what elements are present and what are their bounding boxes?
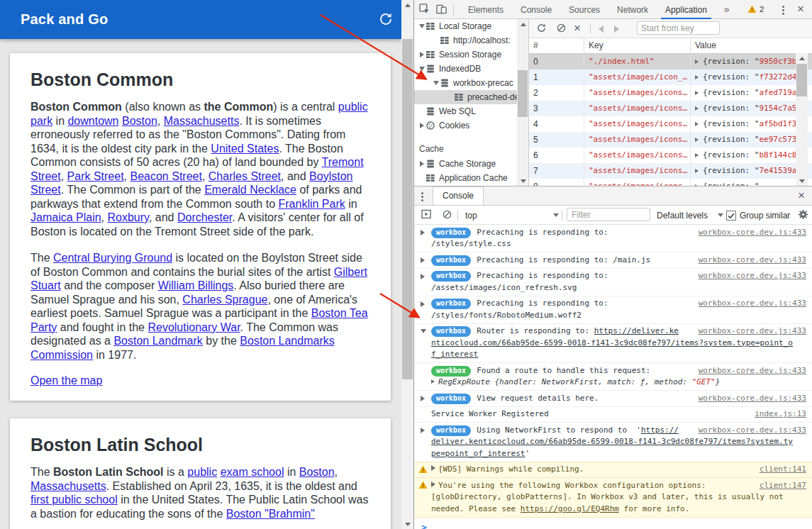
content-link[interactable]: Jamaica Plain <box>30 211 101 223</box>
expand-arrow[interactable] <box>421 257 425 263</box>
sidebar-item-session-storage[interactable]: Session Storage <box>414 48 517 62</box>
source-link[interactable]: workbox-core.dev.js:433 <box>699 255 806 267</box>
console-link[interactable]: pe=point_of_interest <box>431 449 525 458</box>
source-link[interactable]: workbox-core.dev.js:433 <box>699 298 806 310</box>
console-link[interactable]: https://goo.gl/EQ4Rhm <box>521 504 619 513</box>
previous-page-icon[interactable] <box>599 26 604 33</box>
scroll-up-arrow[interactable] <box>517 19 529 29</box>
expand-arrow[interactable] <box>421 329 426 333</box>
scroll-up-arrow[interactable] <box>796 53 808 63</box>
table-row[interactable]: 3"assets/images/icons…{revision: "9154c7… <box>529 101 812 116</box>
console-link[interactable]: https:// <box>641 425 679 435</box>
warning-badge[interactable]: 2 <box>747 5 764 13</box>
console-sidebar-toggle-icon[interactable] <box>421 209 431 219</box>
expand-arrow[interactable] <box>695 75 699 79</box>
sidebar-item-web-sql[interactable]: Web SQL <box>414 104 517 118</box>
sidebar-item-local-storage[interactable]: Local Storage <box>414 19 517 33</box>
expand-arrow[interactable] <box>695 169 699 173</box>
refresh-icon[interactable] <box>537 23 546 33</box>
device-toolbar-icon[interactable] <box>436 4 447 16</box>
scrollbar-thumb[interactable] <box>402 39 413 379</box>
source-link[interactable]: workbox-core.dev.js:433 <box>699 270 806 282</box>
start-from-key-input[interactable] <box>637 21 720 35</box>
scroll-down-arrow[interactable] <box>401 519 413 529</box>
table-row[interactable]: 6"assets/images/icons…{revision: "b8f144… <box>529 147 812 163</box>
console-prompt[interactable]: > <box>414 518 812 529</box>
content-link[interactable]: Central Burying Ground <box>53 252 172 264</box>
group-similar-checkbox[interactable] <box>726 211 736 221</box>
content-link[interactable]: exam school <box>221 466 284 478</box>
tabs-overflow-chevron[interactable]: » <box>716 0 738 19</box>
table-row[interactable]: 7"assets/images/icons…{revision: "7e4153… <box>529 163 812 179</box>
column-header-value[interactable]: Value <box>691 38 812 53</box>
content-link[interactable]: Massachusetts <box>164 115 240 127</box>
table-row[interactable]: 0"./index.html"{revision: "9950cf3b4 <box>529 54 812 69</box>
expand-arrow[interactable] <box>417 67 426 71</box>
expand-arrow[interactable] <box>421 274 425 279</box>
delete-selected-icon[interactable]: × <box>574 22 581 34</box>
expand-arrow[interactable] <box>417 123 426 128</box>
source-link[interactable]: client:141 <box>760 464 806 476</box>
next-page-icon[interactable] <box>614 26 619 33</box>
source-link[interactable]: workbox-core.dev.js:433 <box>699 393 806 405</box>
expand-arrow[interactable] <box>695 60 699 64</box>
content-link[interactable]: United States <box>211 143 279 155</box>
content-link[interactable]: Franklin Park <box>279 198 345 210</box>
devtools-menu-icon[interactable] <box>782 6 784 15</box>
clear-console-icon[interactable] <box>443 210 452 219</box>
tab-network[interactable]: Network <box>608 0 657 19</box>
content-link[interactable]: Park Street <box>67 170 124 182</box>
sidebar-item-cache-storage[interactable]: Cache Storage <box>414 157 517 171</box>
source-link[interactable]: index.js:13 <box>755 408 806 421</box>
scroll-up-arrow[interactable] <box>401 0 413 10</box>
column-header-num[interactable]: # <box>529 38 584 53</box>
expand-arrow[interactable] <box>695 106 699 111</box>
content-link[interactable]: Revolutionary War <box>148 321 240 333</box>
chevron-down-icon[interactable] <box>553 213 559 217</box>
chevron-down-icon[interactable] <box>718 213 723 217</box>
devtools-close-icon[interactable]: × <box>797 3 804 15</box>
tab-console-drawer[interactable]: Console <box>433 186 484 205</box>
table-row[interactable]: 5"assets/images/icons…{revision: "ee97c5… <box>529 132 812 147</box>
open-map-link[interactable]: Open the map <box>30 374 102 386</box>
content-link[interactable]: Massachusetts <box>30 480 106 492</box>
expand-arrow[interactable] <box>431 379 435 384</box>
source-link[interactable]: workbox-core.dev.js:433 <box>699 425 806 437</box>
expand-arrow[interactable] <box>431 465 435 471</box>
console-link[interactable]: https://deliver.ke <box>594 326 679 335</box>
expand-arrow[interactable] <box>421 428 425 433</box>
sidebar-item-workbox-precac[interactable]: workbox-precac <box>414 76 517 90</box>
table-row[interactable]: 4"assets/images/icons…{revision: "af5bd1… <box>529 116 812 132</box>
expand-arrow[interactable] <box>695 122 699 126</box>
tab-console[interactable]: Console <box>512 0 560 19</box>
console-filter-input[interactable] <box>567 208 650 221</box>
expand-arrow[interactable] <box>417 24 426 28</box>
sidebar-item-http-localhost[interactable]: http://localhost: <box>414 33 517 48</box>
tree-scrollbar[interactable] <box>517 19 528 186</box>
source-link[interactable]: client:147 <box>760 480 806 492</box>
content-link[interactable]: Boston <box>299 466 335 478</box>
expand-arrow[interactable] <box>417 161 426 167</box>
console-link[interactable]: deliver.kenticocloud.com/66ab95de-6599-0… <box>431 437 793 446</box>
expand-arrow[interactable] <box>695 153 699 157</box>
scrollbar-thumb[interactable] <box>518 70 528 117</box>
page-scrollbar[interactable] <box>401 0 413 529</box>
expand-arrow[interactable] <box>421 301 425 307</box>
content-link[interactable]: first public school <box>30 494 118 506</box>
tab-elements[interactable]: Elements <box>460 0 512 19</box>
source-link[interactable]: workbox-core.dev.js:433 <box>699 365 806 377</box>
scroll-down-arrow[interactable] <box>517 176 529 186</box>
sidebar-item-application-cache[interactable]: Application Cache <box>414 171 517 185</box>
clear-icon[interactable] <box>557 23 566 33</box>
content-link[interactable]: Beacon Street <box>130 170 202 182</box>
content-link[interactable]: Dorchester <box>177 211 232 223</box>
content-link[interactable]: Boston <box>122 115 157 127</box>
expand-arrow[interactable] <box>431 481 435 487</box>
expand-arrow[interactable] <box>421 396 425 401</box>
gear-icon[interactable] <box>798 209 808 222</box>
content-link[interactable]: downtown <box>67 115 118 127</box>
sidebar-item-indexeddb[interactable]: IndexedDB <box>414 62 517 76</box>
content-link[interactable]: William Billings <box>158 279 234 291</box>
refresh-icon[interactable] <box>378 11 394 27</box>
table-row[interactable]: 1"assets/images/icon_…{revision: "f73272… <box>529 69 812 85</box>
